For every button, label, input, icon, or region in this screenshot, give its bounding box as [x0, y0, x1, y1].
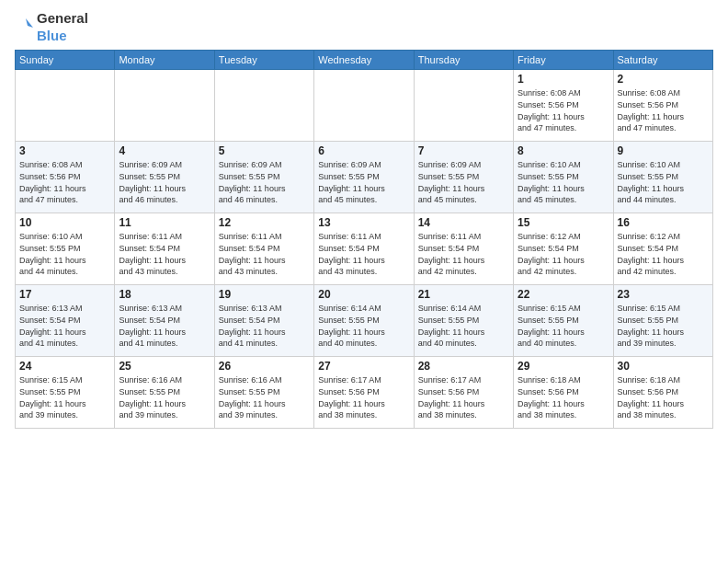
- calendar-day-21: 21Sunrise: 6:14 AM Sunset: 5:55 PM Dayli…: [414, 285, 513, 357]
- day-number: 11: [119, 216, 210, 229]
- day-number: 27: [318, 360, 409, 373]
- day-header-sunday: Sunday: [16, 51, 115, 70]
- day-info: Sunrise: 6:17 AM Sunset: 5:56 PM Dayligh…: [418, 374, 509, 420]
- logo-triangle-icon: [15, 17, 35, 37]
- day-info: Sunrise: 6:09 AM Sunset: 5:55 PM Dayligh…: [318, 159, 409, 205]
- calendar-day-16: 16Sunrise: 6:12 AM Sunset: 5:54 PM Dayli…: [613, 213, 712, 285]
- day-number: 16: [618, 216, 709, 229]
- day-number: 29: [518, 360, 609, 373]
- day-info: Sunrise: 6:15 AM Sunset: 5:55 PM Dayligh…: [518, 303, 609, 349]
- day-number: 28: [418, 360, 509, 373]
- day-number: 1: [518, 73, 609, 86]
- calendar-day-27: 27Sunrise: 6:17 AM Sunset: 5:56 PM Dayli…: [314, 357, 414, 429]
- calendar-day-9: 9Sunrise: 6:10 AM Sunset: 5:55 PM Daylig…: [613, 142, 712, 213]
- day-info: Sunrise: 6:11 AM Sunset: 5:54 PM Dayligh…: [119, 231, 210, 277]
- day-number: 15: [518, 216, 609, 229]
- day-header-wednesday: Wednesday: [314, 51, 414, 70]
- calendar-week-row: 24Sunrise: 6:15 AM Sunset: 5:55 PM Dayli…: [16, 357, 713, 429]
- day-number: 6: [318, 144, 409, 157]
- logo-text: General Blue: [15, 9, 88, 44]
- calendar-day-26: 26Sunrise: 6:16 AM Sunset: 5:55 PM Dayli…: [214, 357, 313, 429]
- calendar-day-empty: [214, 70, 313, 142]
- day-number: 5: [219, 144, 310, 157]
- day-info: Sunrise: 6:14 AM Sunset: 5:55 PM Dayligh…: [418, 303, 509, 349]
- day-number: 19: [219, 288, 310, 301]
- calendar-header-row: SundayMondayTuesdayWednesdayThursdayFrid…: [16, 51, 713, 70]
- calendar-day-14: 14Sunrise: 6:11 AM Sunset: 5:54 PM Dayli…: [414, 213, 513, 285]
- day-info: Sunrise: 6:09 AM Sunset: 5:55 PM Dayligh…: [418, 159, 509, 205]
- calendar-day-11: 11Sunrise: 6:11 AM Sunset: 5:54 PM Dayli…: [115, 213, 214, 285]
- calendar-day-3: 3Sunrise: 6:08 AM Sunset: 5:56 PM Daylig…: [16, 142, 115, 213]
- day-number: 9: [618, 144, 709, 157]
- calendar-day-8: 8Sunrise: 6:10 AM Sunset: 5:55 PM Daylig…: [514, 142, 613, 213]
- day-number: 2: [618, 73, 709, 86]
- day-info: Sunrise: 6:18 AM Sunset: 5:56 PM Dayligh…: [618, 374, 709, 420]
- calendar-day-17: 17Sunrise: 6:13 AM Sunset: 5:54 PM Dayli…: [16, 285, 115, 357]
- day-number: 14: [418, 216, 509, 229]
- calendar-page: General Blue SundayMondayTuesdayWednesda…: [0, 0, 728, 563]
- day-header-tuesday: Tuesday: [214, 51, 313, 70]
- day-number: 26: [219, 360, 310, 373]
- calendar-day-30: 30Sunrise: 6:18 AM Sunset: 5:56 PM Dayli…: [613, 357, 712, 429]
- calendar-day-23: 23Sunrise: 6:15 AM Sunset: 5:55 PM Dayli…: [613, 285, 712, 357]
- day-info: Sunrise: 6:16 AM Sunset: 5:55 PM Dayligh…: [119, 374, 210, 420]
- svg-marker-0: [26, 18, 33, 28]
- calendar-day-1: 1Sunrise: 6:08 AM Sunset: 5:56 PM Daylig…: [514, 70, 613, 142]
- day-number: 7: [418, 144, 509, 157]
- day-number: 30: [618, 360, 709, 373]
- day-info: Sunrise: 6:10 AM Sunset: 5:55 PM Dayligh…: [19, 231, 110, 277]
- day-info: Sunrise: 6:11 AM Sunset: 5:54 PM Dayligh…: [418, 231, 509, 277]
- calendar-day-15: 15Sunrise: 6:12 AM Sunset: 5:54 PM Dayli…: [514, 213, 613, 285]
- logo-general: General: [37, 10, 88, 26]
- day-info: Sunrise: 6:09 AM Sunset: 5:55 PM Dayligh…: [219, 159, 310, 205]
- day-info: Sunrise: 6:08 AM Sunset: 5:56 PM Dayligh…: [518, 87, 609, 133]
- calendar-day-empty: [16, 70, 115, 142]
- day-info: Sunrise: 6:11 AM Sunset: 5:54 PM Dayligh…: [318, 231, 409, 277]
- day-header-monday: Monday: [115, 51, 214, 70]
- calendar-week-row: 17Sunrise: 6:13 AM Sunset: 5:54 PM Dayli…: [16, 285, 713, 357]
- calendar-week-row: 1Sunrise: 6:08 AM Sunset: 5:56 PM Daylig…: [16, 70, 713, 142]
- day-number: 20: [318, 288, 409, 301]
- day-number: 8: [518, 144, 609, 157]
- calendar-day-12: 12Sunrise: 6:11 AM Sunset: 5:54 PM Dayli…: [214, 213, 313, 285]
- calendar-day-2: 2Sunrise: 6:08 AM Sunset: 5:56 PM Daylig…: [613, 70, 712, 142]
- calendar-day-29: 29Sunrise: 6:18 AM Sunset: 5:56 PM Dayli…: [514, 357, 613, 429]
- calendar-day-28: 28Sunrise: 6:17 AM Sunset: 5:56 PM Dayli…: [414, 357, 513, 429]
- calendar-week-row: 10Sunrise: 6:10 AM Sunset: 5:55 PM Dayli…: [16, 213, 713, 285]
- logo-blue: Blue: [37, 28, 67, 43]
- logo: General Blue: [15, 9, 88, 44]
- day-info: Sunrise: 6:08 AM Sunset: 5:56 PM Dayligh…: [19, 159, 110, 205]
- day-info: Sunrise: 6:14 AM Sunset: 5:55 PM Dayligh…: [318, 303, 409, 349]
- day-number: 23: [618, 288, 709, 301]
- day-info: Sunrise: 6:15 AM Sunset: 5:55 PM Dayligh…: [19, 374, 110, 420]
- calendar-day-empty: [414, 70, 513, 142]
- day-info: Sunrise: 6:10 AM Sunset: 5:55 PM Dayligh…: [518, 159, 609, 205]
- calendar-table: SundayMondayTuesdayWednesdayThursdayFrid…: [15, 50, 713, 429]
- day-info: Sunrise: 6:09 AM Sunset: 5:55 PM Dayligh…: [119, 159, 210, 205]
- calendar-day-5: 5Sunrise: 6:09 AM Sunset: 5:55 PM Daylig…: [214, 142, 313, 213]
- day-number: 24: [19, 360, 110, 373]
- day-number: 3: [19, 144, 110, 157]
- day-info: Sunrise: 6:13 AM Sunset: 5:54 PM Dayligh…: [219, 303, 310, 349]
- day-number: 21: [418, 288, 509, 301]
- day-info: Sunrise: 6:18 AM Sunset: 5:56 PM Dayligh…: [518, 374, 609, 420]
- day-info: Sunrise: 6:13 AM Sunset: 5:54 PM Dayligh…: [19, 303, 110, 349]
- day-number: 17: [19, 288, 110, 301]
- day-info: Sunrise: 6:17 AM Sunset: 5:56 PM Dayligh…: [318, 374, 409, 420]
- day-header-thursday: Thursday: [414, 51, 513, 70]
- day-number: 13: [318, 216, 409, 229]
- calendar-day-6: 6Sunrise: 6:09 AM Sunset: 5:55 PM Daylig…: [314, 142, 414, 213]
- day-number: 25: [119, 360, 210, 373]
- day-info: Sunrise: 6:13 AM Sunset: 5:54 PM Dayligh…: [119, 303, 210, 349]
- day-info: Sunrise: 6:16 AM Sunset: 5:55 PM Dayligh…: [219, 374, 310, 420]
- day-number: 4: [119, 144, 210, 157]
- calendar-day-19: 19Sunrise: 6:13 AM Sunset: 5:54 PM Dayli…: [214, 285, 313, 357]
- calendar-day-25: 25Sunrise: 6:16 AM Sunset: 5:55 PM Dayli…: [115, 357, 214, 429]
- day-info: Sunrise: 6:12 AM Sunset: 5:54 PM Dayligh…: [618, 231, 709, 277]
- calendar-day-13: 13Sunrise: 6:11 AM Sunset: 5:54 PM Dayli…: [314, 213, 414, 285]
- calendar-week-row: 3Sunrise: 6:08 AM Sunset: 5:56 PM Daylig…: [16, 142, 713, 213]
- day-header-saturday: Saturday: [613, 51, 712, 70]
- calendar-day-4: 4Sunrise: 6:09 AM Sunset: 5:55 PM Daylig…: [115, 142, 214, 213]
- day-info: Sunrise: 6:12 AM Sunset: 5:54 PM Dayligh…: [518, 231, 609, 277]
- day-info: Sunrise: 6:08 AM Sunset: 5:56 PM Dayligh…: [618, 87, 709, 133]
